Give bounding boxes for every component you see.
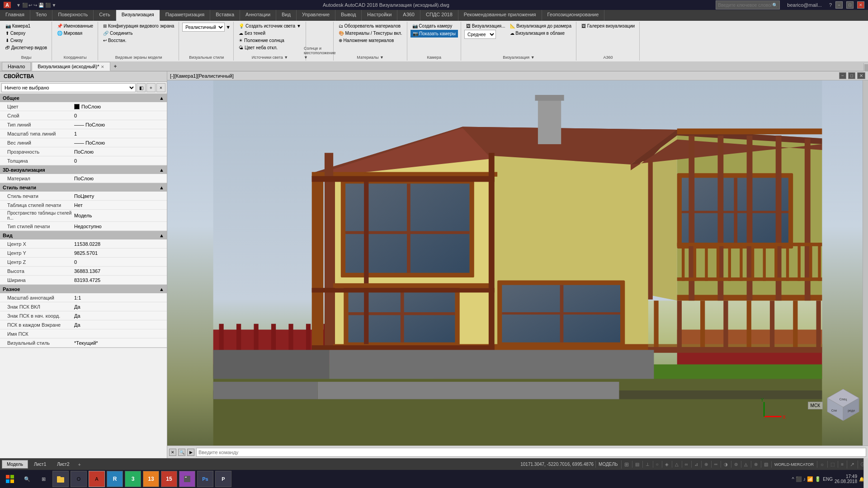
status-isolate-btn[interactable]: ☼	[817, 461, 827, 468]
status-snap-btn[interactable]: ▤	[632, 461, 642, 468]
ribbon-tab-vizualizaciya[interactable]: Визуализация	[116, 10, 160, 21]
ribbon-tab-upravlenie[interactable]: Управление	[297, 10, 335, 21]
help-icon[interactable]: ?	[829, 2, 832, 8]
btn-camera1[interactable]: 📷 Камера1	[4, 23, 49, 29]
btn-render-to-size[interactable]: 📐 Визуализация до размера	[508, 23, 573, 29]
taskbar-file-explorer[interactable]	[52, 471, 69, 487]
ribbon-tab-parametrizaciya[interactable]: Параметризация	[160, 10, 210, 21]
status-lw-btn[interactable]: ═	[711, 461, 720, 468]
section-view-header[interactable]: Вид ▲	[0, 231, 167, 239]
ribbon-tab-telo[interactable]: Тело	[30, 10, 53, 21]
status-ducs-btn[interactable]: ⊿	[691, 461, 701, 468]
btn-material-browser[interactable]: 🗂 Обозреватель материалов	[337, 23, 404, 29]
viewport-close-btn[interactable]: ✕	[857, 72, 865, 79]
ribbon-tab-glavnaya[interactable]: Главная	[0, 10, 30, 21]
taskbar-opera[interactable]: O	[71, 471, 87, 487]
search-input[interactable]	[718, 3, 772, 8]
status-gizmo-btn[interactable]: ⊗	[751, 461, 760, 468]
cmd-close-btn[interactable]: ✕	[169, 449, 176, 456]
btn-nalogenie-materialov[interactable]: ⊕ Наложение материалов	[337, 37, 404, 44]
btn-sun-position[interactable]: ☀ Положение солнца	[237, 37, 303, 44]
section-misc-header[interactable]: Разное ▲	[0, 285, 167, 293]
visual-style-select[interactable]: Реалистичный Каркасный Скрытый	[182, 23, 225, 32]
btn-create-camera[interactable]: 📷 Создать камеру	[410, 23, 458, 29]
object-selector[interactable]: Ничего не выбрано	[1, 83, 136, 92]
status-otrack-btn[interactable]: ∞	[682, 461, 691, 468]
status-transparency-btn[interactable]: ◑	[721, 461, 731, 468]
btn-gallery[interactable]: 🖼 Галерея визуализации	[580, 23, 637, 29]
viewport-max-btn[interactable]: □	[848, 72, 855, 79]
status-grid-btn[interactable]: ⊞	[621, 460, 632, 469]
status-dyn-btn[interactable]: ⊕	[701, 461, 711, 468]
status-nav-btn[interactable]: ↗	[847, 460, 857, 469]
ribbon-tab-vyvod[interactable]: Вывод	[335, 10, 362, 21]
doc-tab-add[interactable]: +	[111, 62, 120, 70]
section-3d-viz-header[interactable]: 3D-визуализация ▲	[0, 166, 167, 174]
taskbar-photoshop[interactable]: Ps	[197, 471, 213, 487]
render-quality-select[interactable]: Среднее Низкое Высокое	[464, 30, 496, 39]
ribbon-tab-vstavka[interactable]: Вставка	[210, 10, 240, 21]
start-button[interactable]	[2, 471, 18, 487]
status-sel-cycling-btn[interactable]: ⊚	[731, 461, 741, 468]
section-print-style-header[interactable]: Стиль печати ▲	[0, 183, 167, 192]
status-3dosnap-btn[interactable]: △	[672, 461, 681, 468]
ribbon-tab-spds2018[interactable]: СПДС 2018	[420, 10, 458, 21]
viewport-canvas[interactable]: X Y Спец Спе реди	[167, 80, 868, 446]
visual-style-dropdown-icon[interactable]: ▼	[226, 24, 231, 30]
status-ortho-btn[interactable]: ⊥	[642, 461, 652, 468]
doc-tab-nachalo[interactable]: Начало	[2, 62, 31, 71]
btn-konfiguraciya[interactable]: ⊞ Конфигурация видового экрана	[101, 23, 176, 29]
btn-imenovannye[interactable]: 📌 Именованные	[55, 23, 95, 29]
btn-sky-color[interactable]: 🌤 Цвет неба откл.	[237, 44, 303, 51]
btn-dispatcher-vidov[interactable]: 🗗 Диспетчер видов	[4, 44, 49, 51]
maximize-button[interactable]: □	[846, 1, 854, 9]
btn-render-cloud[interactable]: ☁ Визуализация в облаке	[508, 30, 573, 37]
ribbon-tab-annotacii[interactable]: Аннотации	[240, 10, 276, 21]
status-3d-object-snap-btn[interactable]: ◬	[741, 461, 750, 468]
ribbon-tab-poverkhnost[interactable]: Поверхность	[52, 10, 94, 21]
taskbar-autocad[interactable]: A	[89, 471, 105, 487]
taskbar-app13[interactable]: 13	[143, 471, 159, 487]
doc-tab-vizualizaciya[interactable]: Визуализация (исходный)* ✕	[32, 62, 110, 71]
taskbar-pdf[interactable]: P	[215, 471, 231, 487]
taskbar-taskview[interactable]: ⊞	[36, 472, 51, 486]
props-icon-btn-1[interactable]: ◧	[137, 83, 146, 92]
btn-soedinitx[interactable]: 🔗 Соединить	[101, 30, 176, 37]
ribbon-tab-rekomendovannye[interactable]: Рекомендованные приложения	[458, 10, 542, 21]
command-input[interactable]	[196, 448, 866, 457]
ribbon-tab-a360[interactable]: A360	[397, 10, 420, 21]
taskbar-app3[interactable]: 3	[125, 471, 141, 487]
tab-list2[interactable]: Лист2	[52, 460, 74, 469]
taskbar-calc[interactable]	[179, 471, 195, 487]
status-polar-btn[interactable]: ○	[653, 461, 661, 468]
btn-sverhu[interactable]: ⬆ Сверху	[4, 30, 49, 37]
taskbar-app15[interactable]: 15	[161, 471, 177, 487]
status-osnap-btn[interactable]: ◈	[662, 461, 671, 468]
status-live-section-btn[interactable]: ▧	[761, 461, 771, 468]
taskbar-search[interactable]: 🔍	[20, 472, 34, 486]
search-box[interactable]: 🔍	[716, 0, 780, 9]
close-button[interactable]: ✕	[857, 1, 864, 9]
ribbon-tab-vid[interactable]: Вид	[276, 10, 297, 21]
viewport-restore-btn[interactable]: −	[839, 72, 846, 79]
ribbon-tab-set[interactable]: Сеть	[94, 10, 116, 21]
section-general-header[interactable]: Общее ▲	[0, 94, 167, 102]
tab-add[interactable]: +	[75, 461, 84, 468]
btn-render-btn[interactable]: 🖼 Визуализация...	[464, 23, 507, 29]
btn-mirovaya[interactable]: 🌐 Мировая	[55, 30, 95, 37]
ribbon-tab-nastrojki[interactable]: Настройки	[362, 10, 397, 21]
taskbar-revit[interactable]: R	[107, 471, 123, 487]
props-icon-btn-2[interactable]: +	[146, 83, 156, 92]
viewport-resize-handle[interactable]	[863, 80, 868, 446]
btn-snizu[interactable]: ⬇ Снизу	[4, 37, 49, 44]
btn-vosstanovitx[interactable]: ↩ Восстан.	[101, 37, 176, 44]
props-icon-btn-3[interactable]: ×	[156, 83, 165, 92]
ribbon-tab-geopozicionirovanie[interactable]: Геопозиционирование	[542, 10, 605, 21]
status-settings-btn[interactable]: ≡	[838, 461, 846, 468]
cmd-search-btn[interactable]: 🔍	[178, 449, 185, 456]
btn-show-cameras[interactable]: 📷 Показать камеры	[410, 30, 458, 38]
app-icon[interactable]: A	[4, 2, 11, 8]
btn-no-shadows[interactable]: ☁ Без теней	[237, 30, 303, 37]
status-model-btn[interactable]: МОДЕЛЬ	[595, 461, 620, 468]
cmd-arrow-btn[interactable]: ▶	[187, 449, 194, 456]
